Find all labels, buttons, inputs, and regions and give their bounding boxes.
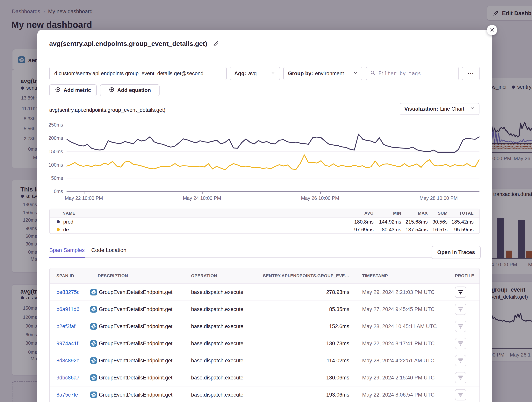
series-dot: [57, 228, 60, 231]
span-samples-header: SPAN ID DESCRIPTION OPERATION SENTRY.API…: [50, 268, 480, 284]
col-operation: OPERATION: [191, 273, 217, 278]
line-chart-plot[interactable]: [67, 125, 480, 191]
span-sample-row: 9974a41f GroupEventDetailsEndpoint.get b…: [50, 335, 480, 352]
span-operation: base.dispatch.execute: [191, 306, 243, 312]
total-value: 95.59ms: [448, 227, 480, 233]
x-axis-tick: [320, 192, 321, 194]
max-value: 215.68ms: [401, 219, 428, 225]
group-by-value: environment: [315, 71, 344, 77]
summary-row-prod[interactable]: prod 180.8ms 144.92ms 215.68ms 30.56s 18…: [50, 218, 480, 226]
active-tab-indicator: [49, 257, 85, 258]
span-operation: base.dispatch.execute: [191, 358, 243, 364]
span-metric-value: 114.02ms: [291, 358, 349, 364]
avg-value: 180.8ms: [344, 219, 374, 225]
span-id-link[interactable]: 9dbc86a7: [57, 375, 80, 381]
span-id-link[interactable]: be83275c: [57, 289, 80, 295]
agg-select[interactable]: Agg: avg: [230, 67, 280, 80]
series-name: prod: [63, 219, 73, 225]
python-icon: [90, 306, 97, 314]
profile-button[interactable]: [455, 286, 466, 298]
group-by-select[interactable]: Group by: environment: [283, 67, 362, 80]
add-metric-button[interactable]: Add metric: [49, 84, 97, 96]
span-timestamp: May 29, 2024 2:15:40 PM UTC: [362, 375, 435, 381]
flame-graph-icon: [458, 289, 463, 296]
profile-button[interactable]: [455, 321, 466, 332]
chevron-down-icon: [470, 106, 475, 112]
x-axis: [67, 191, 480, 192]
ellipsis-icon: ⋯: [468, 70, 474, 77]
span-operation: base.dispatch.execute: [191, 289, 243, 295]
series-name: de: [63, 227, 69, 233]
span-sample-row: be83275c GroupEventDetailsEndpoint.get b…: [50, 284, 480, 301]
span-id-link[interactable]: b6a911d6: [57, 306, 79, 312]
span-operation: base.dispatch.execute: [191, 375, 243, 381]
span-id-link[interactable]: b2ef3faf: [57, 323, 76, 329]
col-metric-value: SENTRY.API.ENDPOINTS.GROUP_EVE…: [252, 273, 349, 278]
python-icon: [90, 323, 97, 331]
span-operation: base.dispatch.execute: [191, 323, 243, 329]
span-id-link[interactable]: 8a75c7fe: [57, 392, 78, 398]
flame-graph-icon: [458, 375, 463, 381]
span-description: GroupEventDetailsEndpoint.get: [99, 392, 172, 398]
span-operation: base.dispatch.execute: [191, 340, 243, 346]
span-id-link[interactable]: 9974a41f: [57, 340, 78, 346]
x-axis-tick: [84, 192, 84, 194]
y-axis-label: 100ms: [37, 162, 63, 168]
profile-button[interactable]: [455, 304, 466, 315]
tab-span-samples[interactable]: Span Samples: [49, 247, 85, 253]
col-span-id: SPAN ID: [57, 273, 74, 278]
plus-circle-icon: [109, 87, 115, 94]
span-metric-value: 152.6ms: [291, 323, 349, 329]
summary-col-total: TOTAL: [448, 211, 480, 216]
summary-col-max: MAX: [401, 211, 428, 216]
visualization-value: Line Chart: [440, 106, 464, 112]
flame-graph-icon: [458, 340, 463, 347]
screen: Dashboards › My new dashboard Edit Dashb…: [0, 0, 532, 402]
span-sample-row: 8d3c892e GroupEventDetailsEndpoint.get b…: [50, 352, 480, 369]
profile-button[interactable]: [455, 338, 466, 349]
tab-code-location[interactable]: Code Location: [91, 247, 127, 253]
max-value: 137.54ms: [401, 227, 428, 233]
python-icon: [90, 357, 97, 365]
agg-value: avg: [248, 71, 257, 77]
avg-value: 97.69ms: [344, 227, 374, 233]
span-metric-value: 85.35ms: [291, 306, 349, 312]
chart-title: avg(sentry.api.endpoints.group_event_det…: [49, 107, 165, 113]
chevron-down-icon: [353, 71, 358, 77]
modal-title: avg(sentry.api.endpoints.group_event_det…: [49, 40, 207, 47]
agg-label: Agg:: [234, 71, 246, 77]
x-axis-label: May 22 10:00 PM: [53, 195, 115, 201]
edit-title-pencil-icon[interactable]: [213, 40, 219, 47]
col-profile: PROFILE: [377, 273, 474, 278]
profile-button[interactable]: [455, 389, 466, 401]
metric-query-input[interactable]: [49, 67, 227, 80]
summary-header-row: NAME AVG MIN MAX SUM TOTAL: [50, 209, 480, 218]
series-summary-table: NAME AVG MIN MAX SUM TOTAL prod 180.8ms …: [49, 209, 480, 234]
flame-graph-icon: [458, 358, 463, 364]
modal-title-row: avg(sentry.api.endpoints.group_event_det…: [49, 40, 219, 47]
visualization-label: Visualization:: [404, 106, 438, 112]
open-in-traces-button[interactable]: Open in Traces: [432, 246, 481, 259]
y-axis-label: 150ms: [37, 149, 63, 154]
profile-button[interactable]: [455, 372, 466, 383]
x-axis-tick: [202, 192, 203, 194]
span-operation: base.dispatch.execute: [191, 392, 243, 398]
span-id-link[interactable]: 8d3c892e: [57, 358, 80, 364]
python-icon: [90, 391, 97, 399]
more-options-button[interactable]: ⋯: [462, 67, 480, 80]
python-icon: [90, 289, 97, 297]
profile-button[interactable]: [455, 355, 466, 366]
span-sample-row: 9dbc86a7 GroupEventDetailsEndpoint.get b…: [50, 369, 480, 386]
summary-row-de[interactable]: de 97.69ms 80.43ms 137.54ms 16.51s 95.59…: [50, 226, 480, 234]
x-axis-label: May 24 10:00 PM: [171, 195, 233, 201]
add-metric-label: Add metric: [63, 87, 91, 93]
samples-tabs: Span Samples Code Location: [49, 246, 433, 258]
filter-by-tags-input[interactable]: Filter by tags: [366, 67, 459, 80]
add-equation-button[interactable]: Add equation: [100, 84, 159, 96]
span-description: GroupEventDetailsEndpoint.get: [99, 340, 172, 346]
modal-close-button[interactable]: [487, 25, 497, 35]
python-icon: [90, 340, 97, 348]
span-description: GroupEventDetailsEndpoint.get: [99, 358, 172, 364]
visualization-select[interactable]: Visualization: Line Chart: [400, 103, 480, 115]
span-sample-row: b6a911d6 GroupEventDetailsEndpoint.get b…: [50, 301, 480, 318]
